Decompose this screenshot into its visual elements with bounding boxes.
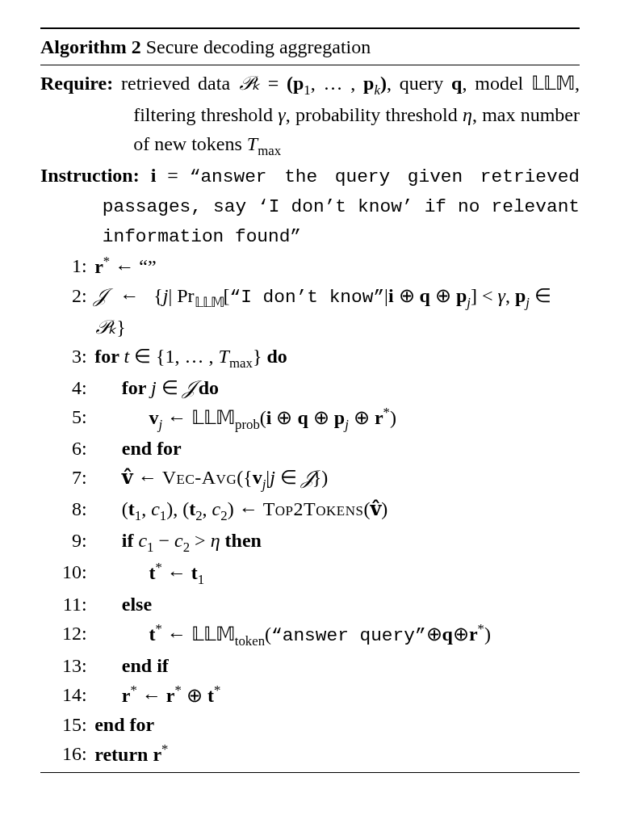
algo-steps: 1: r* ← “” 2: 𝒥 ← {j| Pr𝕃𝕃𝕄[“I don’t kno… (40, 251, 580, 770)
require-line: Require: retrieved data 𝒫ₖ = (p1, … , pk… (40, 69, 580, 161)
step-16: 16: return r* (40, 739, 580, 769)
algo-number: Algorithm 2 (40, 36, 141, 57)
step-15: 15: end for (40, 710, 580, 739)
step-2: 2: 𝒥 ← {j| Pr𝕃𝕃𝕄[“I don’t know”|i ⊕ q ⊕ … (40, 281, 580, 342)
step-10: 10: t* ← t1 (40, 557, 580, 590)
step-14: 14: r* ← r* ⊕ t* (40, 680, 580, 710)
step-11: 11: else (40, 590, 580, 619)
require-label: Require: (40, 73, 113, 94)
step-9: 9: if c1 − c2 > η then (40, 526, 580, 557)
algo-title: Secure decoding aggregation (146, 36, 371, 57)
step-6: 6: end for (40, 434, 580, 463)
rule-under-title (40, 65, 580, 65)
step-12: 12: t* ← 𝕃𝕃𝕄token(“answer query”⊕q⊕r*) (40, 619, 580, 651)
step-13: 13: end if (40, 651, 580, 680)
step-8: 8: (t1, c1), (t2, c2) ← Top2Tokens(v̂) (40, 494, 580, 526)
step-1: 1: r* ← “” (40, 251, 580, 281)
algo-title-line: Algorithm 2 Secure decoding aggregation (40, 32, 580, 61)
step-5: 5: vj ← 𝕃𝕃𝕄prob(i ⊕ q ⊕ pj ⊕ r*) (40, 402, 580, 435)
instruction-label: Instruction: (40, 165, 140, 186)
rule-top (40, 27, 580, 29)
algorithm-block: Algorithm 2 Secure decoding aggregation … (40, 27, 580, 773)
instruction-line: Instruction: i = “answer the query given… (40, 161, 580, 251)
step-4: 4: for j ∈ 𝒥 do (40, 373, 580, 402)
step-3: 3: for t ∈ {1, … , Tmax} do (40, 342, 580, 373)
step-7: 7: v̂ ← Vec-Avg({vj|j ∈ 𝒥}) (40, 463, 580, 494)
rule-bottom (40, 772, 580, 773)
